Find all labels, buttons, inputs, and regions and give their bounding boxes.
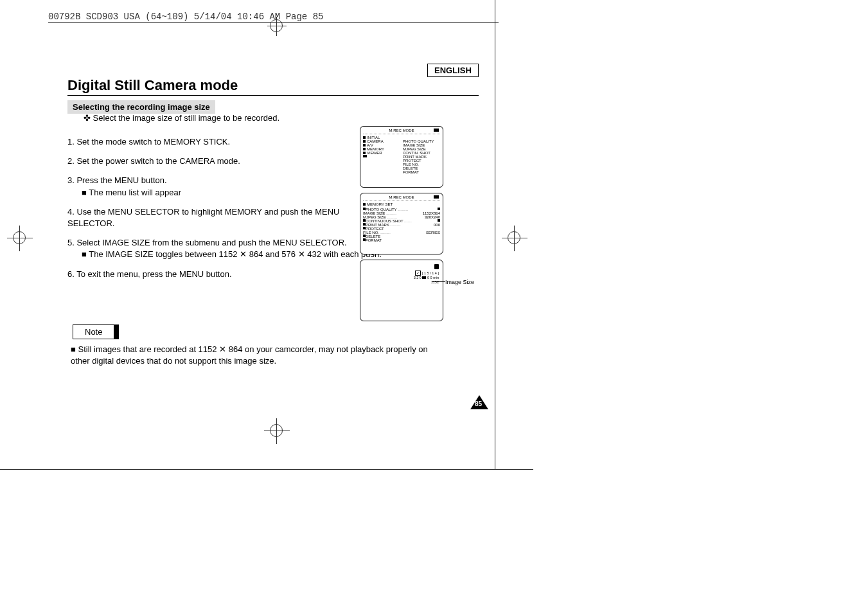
lcd1-title: M.REC MODE xyxy=(363,129,440,134)
section-subtitle: Selecting the recording image size xyxy=(67,100,215,114)
step-3-sub: The menu list will appear xyxy=(82,187,382,199)
step-3-text: 3. Press the MENU button. xyxy=(67,175,167,185)
step-5: 5. Select IMAGE SIZE from the submenu an… xyxy=(67,237,382,260)
registration-mark-bottom xyxy=(270,424,283,437)
note-label-box: Note xyxy=(73,324,119,339)
lcd-screen-3: ✓ [ 1 5 / 1 4 ] 3 2 0 0 0 min 1152 xyxy=(360,260,443,321)
lcd-screen-2: M.REC MODE MEMORY SET PHOTO QUALITY.....… xyxy=(360,193,443,254)
camera-icon xyxy=(434,195,439,199)
camera-icon xyxy=(434,129,439,132)
sd-card-icon xyxy=(434,264,439,269)
lcd2-title: M.REC MODE xyxy=(363,195,440,201)
step-1: 1. Set the mode switch to MEMORY STICK. xyxy=(67,136,382,148)
lcd2-subtitle: MEMORY SET xyxy=(367,202,393,206)
step-6: 6. To exit the menu, press the MENU butt… xyxy=(67,269,382,280)
registration-mark-top xyxy=(270,19,283,32)
note-text: Still images that are recorded at 1152 ✕… xyxy=(71,344,443,367)
camcorder-icon xyxy=(363,155,367,157)
intro-text: ✤ Select the image size of still image t… xyxy=(84,113,279,123)
page-title: Digital Still Camera mode xyxy=(67,77,238,94)
page-number-badge: 85 xyxy=(470,395,488,409)
step-3: 3. Press the MENU button. The menu list … xyxy=(67,175,382,198)
step-5-text: 5. Select IMAGE SIZE from the submenu an… xyxy=(67,238,347,247)
lcd-screen-1: M.REC MODE INITIAL CAMERA A/V MEMORY VIE… xyxy=(360,126,443,188)
language-box: ENGLISH xyxy=(427,64,479,77)
instruction-list: 1. Set the mode switch to MEMORY STICK. … xyxy=(67,129,382,280)
camcorder-icon xyxy=(422,276,426,279)
registration-mark-left xyxy=(13,231,26,244)
step-5-sub: The IMAGE SIZE toggles between 1152 ✕ 86… xyxy=(82,249,382,260)
lcd2-menu-list: PHOTO QUALITY.............. IMAGE SIZE..… xyxy=(363,208,440,242)
image-size-callout: Image Size xyxy=(445,279,474,285)
bottom-rule xyxy=(0,469,533,470)
callout-line xyxy=(432,281,445,282)
lcd1-right-col: PHOTO QUALITY IMAGE SIZE MJPEG SIZE CONT… xyxy=(403,136,440,174)
registration-mark-right xyxy=(508,231,520,244)
step-4: 4. Use the MENU SELECTOR to highlight ME… xyxy=(67,206,382,229)
fold-line xyxy=(495,0,495,469)
lcd1-left-col: INITIAL CAMERA A/V MEMORY VIEWER xyxy=(363,136,400,174)
print-header-tag: 00792B SCD903 USA (64~109) 5/14/04 10:46… xyxy=(48,12,323,22)
title-rule xyxy=(67,95,479,96)
step-2: 2. Set the power switch to the CAMERA mo… xyxy=(67,155,382,167)
